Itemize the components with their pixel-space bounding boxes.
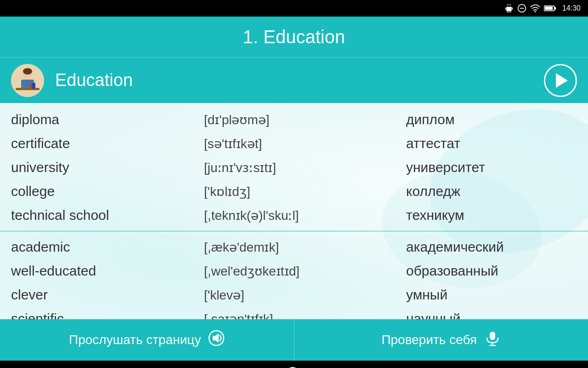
word-en: college	[11, 184, 204, 199]
svg-rect-5	[510, 12, 511, 13]
word-en: diploma	[11, 112, 204, 127]
word-row[interactable]: technical school [ˌteknɪk(ə)l'skuːl] тех…	[0, 203, 588, 227]
word-ru: университет	[406, 160, 577, 175]
svg-rect-11	[545, 7, 553, 10]
dnd-icon	[517, 4, 526, 13]
header-section: Education	[0, 57, 588, 103]
word-en: scientific	[11, 311, 204, 319]
svg-rect-16	[16, 88, 40, 90]
bottom-bar: Прослушать страницу Проверить себя	[0, 319, 588, 361]
word-en: certificate	[11, 136, 204, 151]
avatar	[11, 64, 44, 97]
word-phonetic: [ˌteknɪk(ə)l'skuːl]	[204, 208, 406, 223]
word-ru: умный	[406, 287, 577, 303]
svg-rect-18	[32, 83, 35, 89]
microphone-icon	[484, 330, 501, 350]
word-ru: аттестат	[406, 136, 577, 151]
check-label: Проверить себя	[381, 333, 477, 347]
speaker-icon	[208, 330, 225, 350]
svg-rect-21	[490, 332, 495, 340]
header-label: Education	[55, 70, 544, 90]
word-en: technical school	[11, 207, 204, 223]
svg-rect-2	[505, 7, 506, 10]
word-row[interactable]: scientific [ˌsaɪən'tɪfɪk] научный	[0, 307, 588, 319]
word-ru: образованный	[406, 263, 577, 279]
word-row[interactable]: academic [ˌækə'demɪk] академический	[0, 235, 588, 259]
word-ru: академический	[406, 239, 577, 255]
word-list: diploma [dɪ'pləʊmə] диплом certificate […	[0, 103, 588, 319]
word-phonetic: [ˌsaɪən'tɪfɪk]	[204, 311, 406, 320]
svg-rect-3	[512, 7, 513, 10]
svg-point-0	[507, 4, 509, 6]
listen-button[interactable]: Прослушать страницу	[0, 319, 294, 361]
word-phonetic: [sə'tɪfɪkət]	[204, 136, 406, 151]
listen-label: Прослушать страницу	[69, 333, 201, 347]
word-phonetic: [ˌækə'demɪk]	[204, 240, 406, 255]
word-row[interactable]: college ['kɒlɪdʒ] колледж	[0, 179, 588, 203]
word-phonetic: ['kɒlɪdʒ]	[204, 184, 406, 199]
svg-rect-10	[554, 7, 556, 9]
title-bar: 1. Education	[0, 17, 588, 57]
svg-point-14	[23, 68, 32, 75]
word-phonetic: [juːnɪ'vɜːsɪtɪ]	[204, 160, 406, 175]
svg-marker-20	[213, 334, 219, 343]
page-title: 1. Education	[243, 27, 345, 47]
word-ru: колледж	[406, 184, 577, 199]
play-button[interactable]	[544, 64, 577, 97]
nav-bar: ◁	[0, 361, 588, 368]
word-ru: диплом	[406, 112, 577, 127]
android-icon	[504, 4, 514, 13]
svg-point-8	[535, 11, 536, 12]
word-row[interactable]: clever ['klevə] умный	[0, 283, 588, 307]
word-row[interactable]: certificate [sə'tɪfɪkət] аттестат	[0, 132, 588, 155]
check-button[interactable]: Проверить себя	[294, 319, 588, 361]
word-row[interactable]: university [juːnɪ'vɜːsɪtɪ] университет	[0, 155, 588, 179]
wifi-icon	[530, 4, 540, 13]
word-en: university	[11, 160, 204, 175]
word-ru: техникум	[406, 207, 577, 223]
word-ru: научный	[406, 311, 577, 319]
svg-rect-4	[508, 12, 509, 13]
section-divider	[0, 231, 588, 231]
time-display: 14:30	[562, 4, 581, 12]
word-row[interactable]: well-educated [ˌwel'edʒʊkeɪtɪd] образова…	[0, 259, 588, 283]
word-en: well-educated	[11, 263, 204, 279]
status-bar: 14:30	[0, 0, 588, 17]
word-en: clever	[11, 287, 204, 303]
battery-icon	[544, 5, 557, 12]
word-phonetic: [ˌwel'edʒʊkeɪtɪd]	[204, 264, 406, 279]
word-phonetic: ['klevə]	[204, 288, 406, 303]
status-icons: 14:30	[504, 4, 581, 13]
word-en: academic	[11, 239, 204, 255]
svg-point-1	[509, 4, 511, 6]
word-phonetic: [dɪ'pləʊmə]	[204, 112, 406, 127]
play-icon	[556, 73, 568, 88]
avatar-image	[11, 64, 44, 97]
word-row[interactable]: diploma [dɪ'pləʊmə] диплом	[0, 108, 588, 132]
main-content: diploma [dɪ'pləʊmə] диплом certificate […	[0, 103, 588, 319]
